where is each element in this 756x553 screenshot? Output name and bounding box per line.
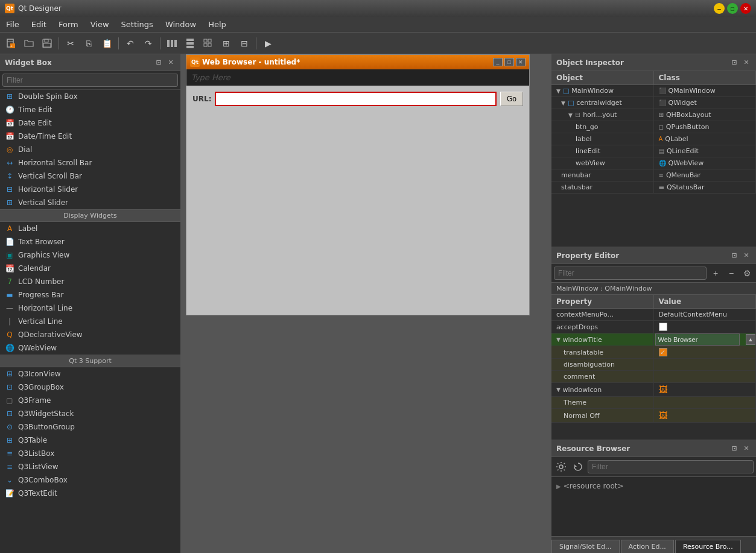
object-inspector-close[interactable]: ✕ [742,58,751,68]
property-row[interactable]: Normal Off 🖼 [551,409,756,423]
list-item[interactable]: ▬ Progress Bar [0,288,180,302]
property-row[interactable]: contextMenuPo... DefaultContextMenu [551,309,756,321]
list-item[interactable]: ≡ Q3ListView [0,460,180,473]
menu-settings[interactable]: Settings [115,19,159,30]
widget-box-close[interactable]: ✕ [166,58,176,68]
list-item[interactable]: 📅 Date Edit [0,116,180,130]
resource-filter-input[interactable] [588,460,754,473]
widget-filter-input[interactable] [2,74,178,87]
table-row[interactable]: ▼ □ centralwidget ⬛ QWidget [551,97,756,109]
toolbar-cut[interactable]: ✂ [62,35,79,52]
toolbar-layout-h[interactable] [164,35,180,52]
property-remove-btn[interactable]: − [725,267,738,280]
resource-browser-close[interactable]: ✕ [742,444,751,453]
toolbar-new[interactable]: + [2,35,19,52]
toolbar-layout-grid[interactable] [200,35,217,52]
form-content[interactable]: URL: Go [186,86,529,315]
list-item[interactable]: ↕ Vertical Scroll Bar [0,169,180,183]
list-item[interactable]: ▣ Graphics View [0,248,180,262]
list-item[interactable]: ⊞ Q3IconView [0,367,180,381]
list-item[interactable]: — Horizontal Line [0,302,180,315]
property-row[interactable]: acceptDrops [551,321,756,333]
toolbar-open[interactable] [21,35,37,52]
list-item[interactable]: ⊟ Horizontal Slider [0,183,180,196]
property-row[interactable]: disambiguation [551,359,756,371]
object-inspector-float[interactable]: ⊡ [729,58,739,68]
table-row[interactable]: ▼ ⊟ hori...yout ⊞ QHBoxLayout [551,109,756,121]
property-filter-input[interactable] [554,267,707,280]
menu-window[interactable]: Window [159,19,202,30]
form-minimize[interactable]: _ [493,58,503,66]
toolbar-copy[interactable]: ⎘ [80,35,97,52]
form-maximize[interactable]: □ [504,58,514,66]
toolbar-break[interactable]: ⊞ [218,35,235,52]
translatable-checkbox[interactable]: ✓ [659,348,667,356]
list-item[interactable]: 📅 Date/Time Edit [0,130,180,143]
canvas-area[interactable]: Qt Web Browser - untitled* _ □ ✕ Type He… [181,54,551,553]
table-row[interactable]: ▼ □ MainWindow ⬛ QMainWindow [551,85,756,97]
table-row[interactable]: btn_go ◻ QPushButton [551,121,756,133]
list-item[interactable]: ▢ Q3Frame [0,394,180,407]
menu-edit[interactable]: Edit [25,19,52,30]
list-item[interactable]: ◎ Dial [0,143,180,156]
list-item[interactable]: 🌐 QWebView [0,341,180,355]
toolbar-adjust[interactable]: ⊟ [236,35,253,52]
list-item[interactable]: 📝 Q3TextEdit [0,487,180,500]
list-item[interactable]: 📄 Text Browser [0,235,180,248]
window-title-spin[interactable]: ▲ [746,334,755,345]
list-item[interactable]: ⊡ Q3GroupBox [0,381,180,394]
tab-resource-bro[interactable]: Resource Bro... [675,540,741,553]
property-editor-float[interactable]: ⊡ [729,251,739,261]
list-item[interactable]: | Vertical Line [0,315,180,328]
property-editor-close[interactable]: ✕ [742,251,751,261]
close-button[interactable]: ✕ [740,3,751,14]
list-item[interactable]: ⊙ Q3ButtonGroup [0,420,180,434]
table-row[interactable]: statusbar ▬ QStatusBar [551,182,756,194]
table-row[interactable]: lineEdit ▤ QLineEdit [551,145,756,157]
list-item[interactable]: Q QDeclarativeView [0,328,180,341]
property-settings-btn[interactable]: ⚙ [740,267,754,280]
property-row[interactable]: translatable ✓ [551,346,756,359]
list-item[interactable]: ⊟ Q3WidgetStack [0,407,180,420]
menu-help[interactable]: Help [202,19,232,30]
list-item[interactable]: 🕐 Time Edit [0,103,180,116]
list-item[interactable]: 7 LCD Number [0,275,180,288]
table-row[interactable]: label A QLabel [551,133,756,145]
property-row[interactable]: comment [551,371,756,383]
list-item[interactable]: ⌄ Q3ComboBox [0,473,180,487]
toolbar-undo[interactable]: ↶ [122,35,139,52]
resource-refresh-btn[interactable] [571,460,585,474]
list-item[interactable]: A Label [0,222,180,235]
toolbar-paste[interactable]: 📋 [98,35,115,52]
list-item[interactable]: ⊞ Vertical Slider [0,196,180,209]
minimize-button[interactable]: – [714,3,725,14]
tab-signal-slot[interactable]: Signal/Slot Ed... [551,540,620,553]
window-title-input[interactable] [655,333,740,346]
resource-browser-float[interactable]: ⊡ [729,444,739,453]
toolbar-save[interactable] [39,35,56,52]
maximize-button[interactable]: □ [727,3,738,14]
property-row[interactable]: ▼ windowIcon 🖼 [551,383,756,397]
widget-box-float[interactable]: ⊡ [154,58,164,68]
url-go-button[interactable]: Go [500,92,523,106]
accept-drops-checkbox[interactable] [659,323,667,331]
list-item[interactable]: ≡ Q3ListBox [0,447,180,460]
form-close[interactable]: ✕ [516,58,526,66]
property-row-window-title[interactable]: ▼ windowTitle ▲ Web Brow... [551,333,756,346]
toolbar-layout-v[interactable] [182,35,199,52]
property-row[interactable]: Theme [551,397,756,409]
table-row[interactable]: menubar ≡ QMenuBar [551,169,756,182]
tab-action-ed[interactable]: Action Ed... [621,540,674,553]
url-input[interactable] [215,92,497,106]
menu-file[interactable]: File [0,19,25,30]
menu-view[interactable]: View [84,19,115,30]
resource-settings-btn[interactable] [554,460,568,474]
toolbar-redo[interactable]: ↷ [140,35,157,52]
list-item[interactable]: ↔ Horizontal Scroll Bar [0,156,180,169]
list-item[interactable]: ⊞ Double Spin Box [0,90,180,103]
list-item[interactable]: 📆 Calendar [0,262,180,275]
toolbar-preview[interactable]: ▶ [259,35,276,52]
table-row[interactable]: webView 🌐 QWebView [551,157,756,169]
property-add-btn[interactable]: + [709,267,722,280]
list-item[interactable]: ⊞ Q3Table [0,434,180,447]
